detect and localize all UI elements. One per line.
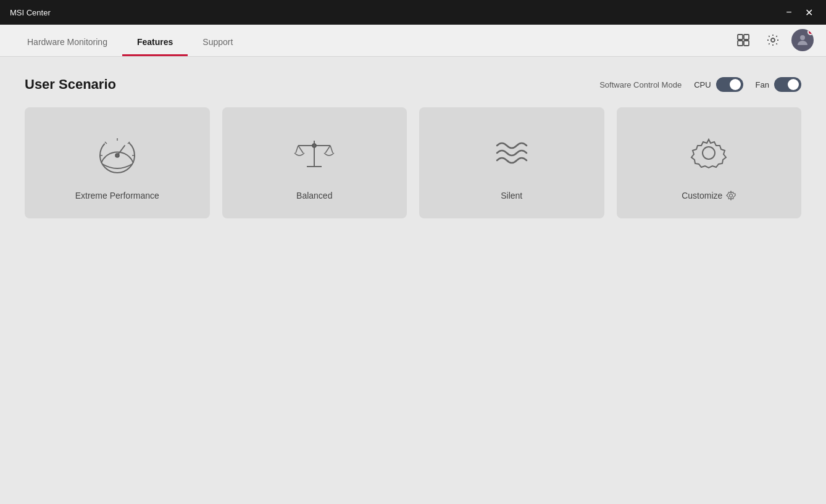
silent-icon: [484, 125, 540, 181]
nav-tabs: Hardware Monitoring Features Support: [12, 30, 248, 56]
window-controls: − ✕: [782, 5, 816, 20]
gear-icon: [766, 33, 780, 47]
main-content: User Scenario Software Control Mode CPU …: [0, 57, 826, 504]
svg-rect-0: [738, 35, 743, 39]
svg-line-18: [296, 146, 298, 153]
svg-point-23: [730, 194, 733, 197]
svg-line-19: [298, 146, 303, 153]
tab-features[interactable]: Features: [122, 30, 188, 56]
svg-line-10: [105, 142, 107, 144]
card-extreme-performance[interactable]: Extreme Performance: [25, 107, 210, 218]
settings-button[interactable]: [762, 29, 784, 51]
close-button[interactable]: ✕: [801, 5, 816, 20]
avatar[interactable]: [791, 29, 814, 51]
fan-toggle[interactable]: [774, 77, 801, 92]
customize-gear-small-icon: [726, 191, 736, 200]
tab-support[interactable]: Support: [188, 30, 248, 56]
control-row: Software Control Mode CPU Fan: [599, 77, 801, 92]
svg-line-20: [325, 146, 330, 153]
svg-point-22: [703, 147, 715, 159]
svg-point-13: [115, 154, 119, 157]
cpu-toggle-group: CPU: [694, 77, 743, 92]
card-balanced[interactable]: Balanced: [222, 107, 407, 218]
balanced-icon: [286, 125, 342, 181]
svg-point-17: [312, 144, 316, 147]
navigation: Hardware Monitoring Features Support: [0, 25, 826, 57]
section-header: User Scenario Software Control Mode CPU …: [25, 76, 801, 93]
titlebar: MSI Center − ✕: [0, 0, 826, 25]
card-extreme-label: Extreme Performance: [75, 191, 159, 200]
svg-point-4: [771, 38, 775, 42]
card-customize-label: Customize: [682, 191, 736, 200]
extreme-performance-icon: [90, 125, 145, 181]
svg-rect-1: [744, 35, 749, 39]
grid-view-button[interactable]: [732, 29, 754, 51]
cpu-label: CPU: [694, 80, 711, 89]
app-title: MSI Center: [10, 8, 51, 17]
card-balanced-label: Balanced: [296, 191, 332, 200]
card-silent[interactable]: Silent: [419, 107, 604, 218]
cpu-toggle[interactable]: [716, 77, 743, 92]
avatar-icon: [795, 33, 810, 48]
card-silent-label: Silent: [501, 191, 522, 200]
scenario-cards: Extreme Performance: [25, 107, 801, 218]
fan-toggle-group: Fan: [756, 77, 801, 92]
software-control-label: Software Control Mode: [599, 80, 682, 89]
customize-icon: [681, 125, 736, 181]
section-title: User Scenario: [25, 76, 116, 93]
fan-label: Fan: [756, 80, 769, 89]
svg-line-21: [330, 146, 333, 153]
svg-rect-3: [744, 41, 749, 46]
svg-rect-2: [738, 41, 743, 46]
tab-hardware-monitoring[interactable]: Hardware Monitoring: [12, 30, 122, 56]
card-customize[interactable]: Customize: [617, 107, 802, 218]
nav-actions: [732, 29, 814, 56]
grid-icon: [736, 33, 750, 47]
svg-point-5: [800, 35, 805, 40]
notification-badge: [807, 29, 814, 35]
minimize-button[interactable]: −: [782, 5, 796, 20]
